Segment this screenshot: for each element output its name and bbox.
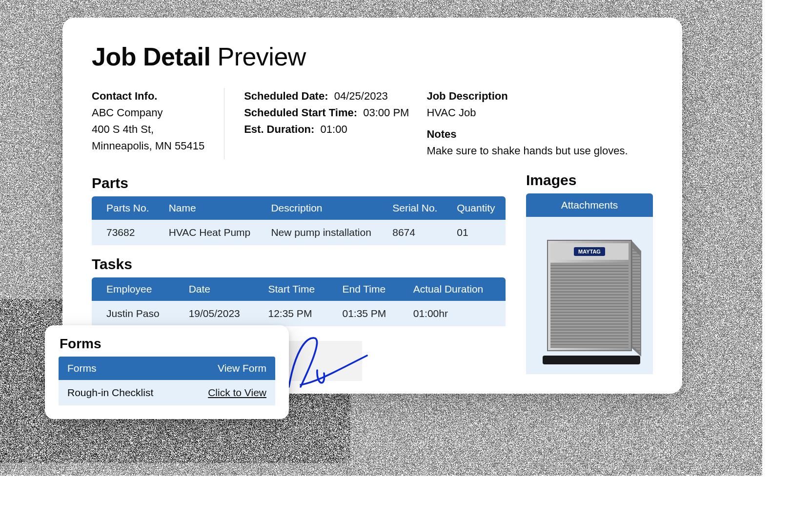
notes-label: Notes bbox=[426, 126, 653, 143]
attachment-thumb[interactable]: MAYTAG bbox=[526, 217, 653, 374]
parts-header-name: Name bbox=[160, 196, 263, 220]
tasks-header-dur: Actual Duration bbox=[405, 277, 506, 301]
tasks-header-emp: Employee bbox=[92, 277, 180, 301]
tasks-header-end: End Time bbox=[333, 277, 404, 301]
description-notes: Job Description HVAC Job Notes Make sure… bbox=[426, 88, 653, 159]
forms-title: Forms bbox=[60, 336, 275, 352]
attachments-panel: Attachments bbox=[526, 193, 653, 374]
svg-rect-5 bbox=[543, 356, 640, 364]
parts-cell-desc: New pump installation bbox=[262, 220, 384, 245]
tasks-cell-emp: Justin Paso bbox=[92, 301, 180, 326]
tasks-cell-end: 01:35 PM bbox=[333, 301, 404, 326]
view-form-link[interactable]: Click to View bbox=[208, 387, 266, 398]
info-row: Contact Info. ABC Company 400 S 4th St, … bbox=[92, 88, 653, 159]
parts-header-row: Parts No. Name Description Serial No. Qu… bbox=[92, 196, 506, 220]
contact-city: Minneapolis, MN 55415 bbox=[92, 138, 204, 154]
attachment-brand-label: MAYTAG bbox=[578, 249, 601, 254]
page-title: Job Detail Preview bbox=[92, 42, 653, 71]
job-description-label: Job Description bbox=[426, 88, 653, 105]
viewport: Job Detail Preview Contact Info. ABC Com… bbox=[0, 0, 812, 528]
tasks-cell-date: 19/05/2023 bbox=[180, 301, 260, 326]
parts-cell-no: 73682 bbox=[92, 220, 160, 245]
est-duration-label: Est. Duration: bbox=[244, 123, 314, 135]
tasks-table: Employee Date Start Time End Time Actual… bbox=[92, 277, 506, 326]
contact-company: ABC Company bbox=[92, 105, 204, 121]
schedule-info: Scheduled Date: 04/25/2023 Scheduled Sta… bbox=[244, 88, 409, 138]
parts-cell-name: HVAC Heat Pump bbox=[160, 220, 263, 245]
tasks-cell-dur: 01:00hr bbox=[405, 301, 506, 326]
svg-marker-7 bbox=[632, 248, 640, 353]
parts-header-no: Parts No. bbox=[92, 196, 160, 220]
parts-header-qty: Quantity bbox=[448, 196, 506, 220]
scheduled-date-value: 04/25/2023 bbox=[334, 90, 388, 102]
parts-header-desc: Description bbox=[262, 196, 384, 220]
tasks-header-date: Date bbox=[180, 277, 260, 301]
forms-header-view: View Form bbox=[209, 357, 275, 380]
svg-rect-9 bbox=[550, 263, 629, 348]
page-title-bold: Job Detail bbox=[92, 42, 211, 71]
scheduled-date-label: Scheduled Date: bbox=[244, 90, 328, 102]
parts-row: 73682 HVAC Heat Pump New pump installati… bbox=[92, 220, 506, 245]
contact-info: Contact Info. ABC Company 400 S 4th St, … bbox=[92, 88, 204, 154]
images-column: Images Attachments bbox=[526, 167, 653, 374]
page-title-rest: Preview bbox=[217, 42, 305, 71]
contact-label: Contact Info. bbox=[92, 88, 204, 105]
parts-table: Parts No. Name Description Serial No. Qu… bbox=[92, 196, 506, 245]
forms-row: Rough-in Checklist Click to View bbox=[59, 380, 275, 405]
tasks-row: Justin Paso 19/05/2023 12:35 PM 01:35 PM… bbox=[92, 301, 506, 326]
est-duration-value: 01:00 bbox=[321, 123, 347, 135]
scheduled-start-label: Scheduled Start Time: bbox=[244, 106, 357, 119]
contact-street: 400 S 4th St, bbox=[92, 121, 204, 138]
tasks-cell-start: 12:35 PM bbox=[259, 301, 333, 326]
hvac-unit-icon: MAYTAG bbox=[536, 224, 643, 370]
job-description-value: HVAC Job bbox=[426, 105, 653, 121]
notes-value: Make sure to shake hands but use gloves. bbox=[426, 143, 653, 159]
tasks-header-row: Employee Date Start Time End Time Actual… bbox=[92, 277, 506, 301]
attachments-header: Attachments bbox=[526, 193, 653, 217]
parts-cell-serial: 8674 bbox=[384, 220, 448, 245]
tasks-header-start: Start Time bbox=[259, 277, 333, 301]
forms-card: Forms Forms View Form Rough-in Checklist… bbox=[45, 325, 289, 419]
scheduled-start-value: 03:00 PM bbox=[363, 106, 409, 119]
parts-cell-qty: 01 bbox=[448, 220, 506, 245]
forms-header-name: Forms bbox=[59, 357, 209, 380]
parts-title: Parts bbox=[92, 175, 506, 191]
forms-header-row: Forms View Form bbox=[59, 357, 275, 380]
images-title: Images bbox=[526, 172, 653, 189]
parts-header-serial: Serial No. bbox=[384, 196, 448, 220]
tasks-title: Tasks bbox=[92, 256, 506, 273]
vertical-divider bbox=[224, 88, 224, 159]
forms-cell-name: Rough-in Checklist bbox=[59, 380, 199, 405]
